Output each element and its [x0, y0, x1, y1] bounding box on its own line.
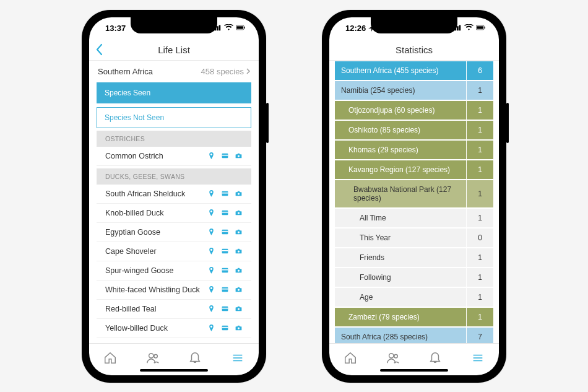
tab-menu[interactable] — [231, 351, 244, 367]
camera-icon[interactable] — [234, 247, 243, 256]
stat-label: Following — [335, 268, 466, 287]
card-icon[interactable] — [220, 305, 229, 313]
species-name: Cape Shoveler — [105, 247, 157, 256]
stat-count: 7 — [466, 328, 493, 343]
pin-icon[interactable] — [207, 228, 215, 237]
status-time: 12:26 — [345, 24, 374, 33]
camera-icon[interactable] — [234, 324, 243, 333]
camera-icon[interactable] — [234, 189, 243, 198]
svg-point-38 — [154, 355, 158, 359]
card-icon[interactable] — [220, 152, 229, 160]
phone-right: 12:26 Statistics Southern Africa (455 sp… — [322, 10, 506, 383]
svg-rect-26 — [222, 289, 228, 290]
status-icons — [452, 24, 485, 33]
stat-row[interactable]: Kavango Region (127 species)1 — [334, 160, 494, 180]
svg-rect-48 — [485, 27, 485, 28]
species-icons — [207, 152, 243, 160]
card-icon[interactable] — [220, 247, 229, 256]
stat-row[interactable]: Zambezi (79 species)1 — [334, 307, 494, 327]
camera-icon[interactable] — [234, 266, 243, 275]
pin-icon[interactable] — [207, 247, 215, 256]
stat-row[interactable]: Oshikoto (85 species)1 — [334, 120, 494, 140]
stat-row[interactable]: Friends1 — [334, 248, 494, 268]
tab-alerts[interactable] — [188, 351, 202, 367]
species-row[interactable]: Cape Shoveler — [97, 242, 251, 261]
statistics-list[interactable]: Southern Africa (455 species)6Namibia (2… — [329, 61, 499, 343]
svg-rect-17 — [222, 231, 228, 232]
svg-rect-45 — [459, 25, 461, 31]
tab-home[interactable] — [344, 351, 357, 367]
stat-label: Age — [335, 288, 466, 307]
species-row[interactable]: Knob-billed Duck — [97, 204, 251, 223]
stat-row[interactable]: Khomas (29 species)1 — [334, 140, 494, 160]
svg-point-18 — [237, 231, 239, 233]
species-row[interactable]: Red-billed Teal — [97, 300, 251, 319]
svg-point-33 — [237, 327, 239, 329]
notch — [131, 17, 217, 33]
svg-rect-6 — [244, 27, 245, 28]
pin-icon[interactable] — [207, 189, 215, 198]
stat-row[interactable]: Bwabwata National Park (127 species)1 — [334, 180, 494, 208]
species-row[interactable]: Common Ostrich — [97, 147, 251, 166]
camera-icon[interactable] — [234, 305, 243, 313]
stat-row[interactable]: Otjozondjupa (60 species)1 — [334, 100, 494, 120]
stat-row[interactable]: Following1 — [334, 268, 494, 287]
card-icon[interactable] — [220, 209, 229, 217]
species-row[interactable]: Yellow-billed Duck — [97, 319, 251, 338]
stat-label: Bwabwata National Park (127 species) — [335, 180, 466, 207]
pin-icon[interactable] — [207, 324, 215, 333]
species-seen-button[interactable]: Species Seen — [97, 82, 251, 103]
card-icon[interactable] — [220, 324, 229, 333]
stat-row[interactable]: Southern Africa (455 species)6 — [334, 61, 494, 81]
card-icon[interactable] — [220, 189, 229, 198]
svg-point-12 — [237, 193, 239, 194]
tab-menu[interactable] — [471, 351, 485, 367]
screen: 13:37 Life List Southern Africa 458 spec… — [89, 17, 259, 375]
tab-friends[interactable] — [146, 351, 160, 367]
tab-alerts[interactable] — [428, 351, 442, 367]
camera-icon[interactable] — [234, 228, 243, 237]
tab-friends[interactable] — [386, 351, 400, 367]
camera-icon[interactable] — [234, 152, 243, 160]
card-icon[interactable] — [220, 266, 229, 275]
pin-icon[interactable] — [207, 266, 215, 275]
species-row[interactable]: Egyptian Goose — [97, 223, 251, 242]
species-list[interactable]: OSTRICHESCommon Ostrich DUCKS, GEESE, SW… — [89, 128, 259, 343]
species-row[interactable]: South African Shelduck — [97, 185, 251, 204]
svg-rect-11 — [222, 193, 228, 194]
back-button[interactable] — [95, 43, 103, 58]
card-icon[interactable] — [220, 228, 229, 237]
camera-icon[interactable] — [234, 285, 243, 294]
camera-icon[interactable] — [234, 209, 243, 217]
species-row[interactable]: Spur-winged Goose — [97, 261, 251, 281]
svg-point-21 — [237, 250, 239, 252]
stat-row[interactable]: South Africa (285 species)7 — [334, 327, 494, 343]
species-not-seen-button[interactable]: Species Not Seen — [97, 107, 251, 128]
svg-point-27 — [237, 289, 239, 290]
svg-point-9 — [237, 155, 239, 157]
stat-label: All Time — [335, 209, 466, 227]
species-icons — [207, 285, 243, 294]
pin-icon[interactable] — [207, 209, 215, 217]
stat-row[interactable]: Namibia (254 species)1 — [334, 81, 494, 100]
stat-row[interactable]: Age1 — [334, 287, 494, 307]
stat-count: 1 — [466, 209, 493, 227]
pin-icon[interactable] — [207, 305, 215, 313]
card-icon[interactable] — [220, 285, 229, 294]
stat-count: 1 — [466, 308, 493, 326]
stat-row[interactable]: This Year0 — [334, 228, 494, 248]
svg-point-49 — [389, 354, 393, 358]
species-row[interactable]: White-faced Whistling Duck — [97, 281, 251, 300]
home-indicator[interactable] — [140, 369, 208, 372]
species-name: South African Shelduck — [105, 189, 185, 198]
region-selector[interactable]: Southern Africa 458 species — [89, 61, 259, 82]
pin-icon[interactable] — [207, 152, 215, 160]
home-indicator[interactable] — [380, 369, 448, 372]
stat-label: Khomas (29 species) — [335, 141, 466, 159]
stat-count: 1 — [466, 160, 493, 179]
tab-home[interactable] — [103, 351, 117, 367]
species-row[interactable]: Cape Teal — [97, 338, 251, 343]
stat-count: 0 — [466, 229, 493, 247]
stat-row[interactable]: All Time1 — [334, 208, 494, 228]
pin-icon[interactable] — [207, 285, 215, 294]
